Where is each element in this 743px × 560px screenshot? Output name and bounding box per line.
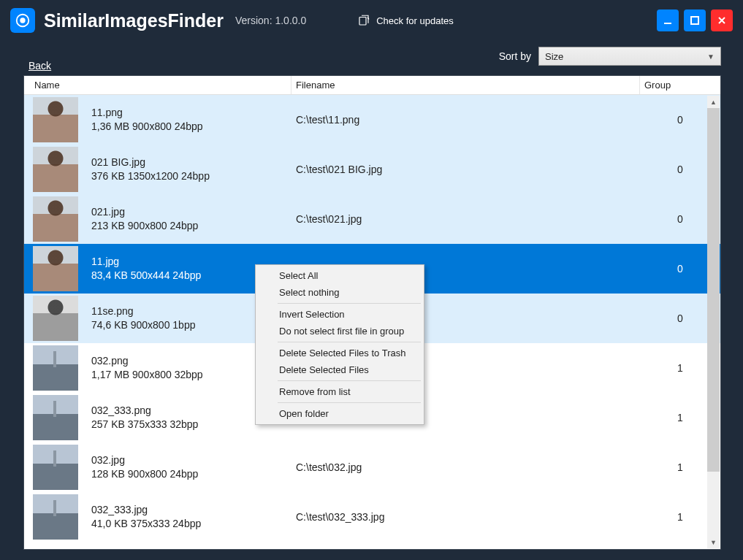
version-label: Version: 1.0.0.0	[235, 15, 306, 26]
table-row[interactable]: 021.jpg213 KB 900x800 24bppC:\test\021.j…	[24, 194, 720, 244]
column-header-group[interactable]: Group	[640, 76, 720, 94]
thumbnail	[33, 345, 78, 391]
thumbnail	[33, 395, 78, 440]
sort-bar: Sort by Size ▼	[0, 41, 743, 72]
app-icon	[10, 8, 35, 33]
svg-rect-4	[691, 17, 698, 24]
column-header-filename[interactable]: Filename	[292, 76, 640, 94]
cell-name: 021 BIG.jpg376 KB 1350x1200 24bpp	[91, 156, 292, 183]
menu-invert-selection[interactable]: Invert Selection	[257, 306, 422, 323]
cell-name: 032.jpg128 KB 900x800 24bpp	[91, 453, 292, 481]
thumbnail	[33, 97, 78, 142]
thumbnail	[33, 246, 78, 291]
table-row[interactable]: 032.jpg128 KB 900x800 24bppC:\test\032.j…	[24, 442, 720, 492]
menu-select-all[interactable]: Select All	[257, 267, 422, 284]
table-row[interactable]: 021 BIG.jpg376 KB 1350x1200 24bppC:\test…	[24, 145, 720, 194]
minimize-button[interactable]	[657, 9, 679, 31]
file-name: 032_333.jpg	[91, 503, 292, 517]
svg-rect-2	[359, 18, 366, 26]
titlebar: SimilarImagesFinder Version: 1.0.0.0 Che…	[0, 0, 743, 41]
sort-by-label: Sort by	[499, 50, 531, 62]
column-header-name[interactable]: Name	[24, 76, 292, 94]
scroll-down-button[interactable]: ▼	[707, 536, 720, 548]
window-controls	[657, 9, 733, 31]
vertical-scrollbar[interactable]: ▲ ▼	[707, 96, 720, 548]
file-name: 021.jpg	[91, 205, 292, 219]
cell-filename: C:\test\021 BIG.jpg	[292, 164, 640, 175]
updates-icon	[357, 14, 370, 27]
cell-filename: C:\test\11.png	[292, 114, 640, 126]
file-meta: 376 KB 1350x1200 24bpp	[91, 169, 292, 183]
thumbnail	[33, 196, 78, 242]
maximize-icon	[690, 15, 700, 26]
back-link[interactable]: Back	[28, 60, 51, 72]
cell-name: 032_333.jpg41,0 KB 375x333 24bpp	[91, 503, 292, 531]
file-name: 11.png	[91, 106, 292, 120]
menu-select-nothing[interactable]: Select nothing	[257, 284, 422, 301]
sort-selected-value: Size	[545, 51, 563, 62]
scroll-thumb[interactable]	[707, 108, 720, 472]
maximize-button[interactable]	[684, 9, 706, 31]
cell-filename: C:\test\021.jpg	[292, 213, 640, 225]
file-meta: 213 KB 900x800 24bpp	[91, 219, 292, 233]
check-updates-button[interactable]: Check for updates	[357, 14, 454, 27]
menu-delete-trash[interactable]: Delete Selected Files to Trash	[257, 345, 422, 361]
file-meta: 41,0 KB 375x333 24bpp	[91, 517, 292, 531]
minimize-icon	[663, 15, 673, 26]
scroll-up-button[interactable]: ▲	[707, 96, 720, 108]
scroll-track[interactable]	[707, 108, 720, 536]
thumbnail	[33, 147, 78, 192]
sort-select[interactable]: Size ▼	[538, 47, 721, 66]
chevron-down-icon: ▼	[707, 53, 715, 61]
column-headers: Name Filename Group	[24, 76, 720, 95]
menu-separator	[278, 402, 421, 403]
svg-point-1	[20, 18, 25, 23]
close-icon	[717, 15, 727, 26]
thumbnail	[33, 296, 78, 341]
menu-open-folder[interactable]: Open folder	[257, 405, 422, 422]
menu-separator	[278, 342, 421, 342]
svg-rect-3	[664, 23, 671, 24]
close-button[interactable]	[711, 9, 733, 31]
cell-filename: C:\test\032.jpg	[292, 461, 640, 473]
file-meta: 128 KB 900x800 24bpp	[91, 467, 292, 481]
menu-separator	[278, 303, 421, 304]
menu-separator	[278, 380, 421, 381]
menu-remove[interactable]: Remove from list	[257, 383, 422, 400]
thumbnail	[33, 494, 78, 540]
cell-name: 021.jpg213 KB 900x800 24bpp	[91, 205, 292, 233]
table-row[interactable]: 11.png1,36 MB 900x800 24bppC:\test\11.pn…	[24, 95, 720, 145]
table-row[interactable]: 032_333.jpg41,0 KB 375x333 24bppC:\test\…	[24, 492, 720, 542]
file-name: 021 BIG.jpg	[91, 156, 292, 169]
cell-filename: C:\test\032_333.jpg	[292, 511, 640, 523]
cell-name: 11.png1,36 MB 900x800 24bpp	[91, 106, 292, 134]
file-name: 032.jpg	[91, 453, 292, 467]
thumbnail	[33, 445, 78, 490]
menu-delete[interactable]: Delete Selected Files	[257, 361, 422, 378]
menu-skip-first[interactable]: Do not select first file in group	[257, 323, 422, 340]
context-menu: Select All Select nothing Invert Selecti…	[255, 264, 424, 425]
file-meta: 1,36 MB 900x800 24bpp	[91, 120, 292, 134]
app-title: SimilarImagesFinder	[44, 10, 224, 31]
check-updates-label: Check for updates	[376, 15, 454, 26]
